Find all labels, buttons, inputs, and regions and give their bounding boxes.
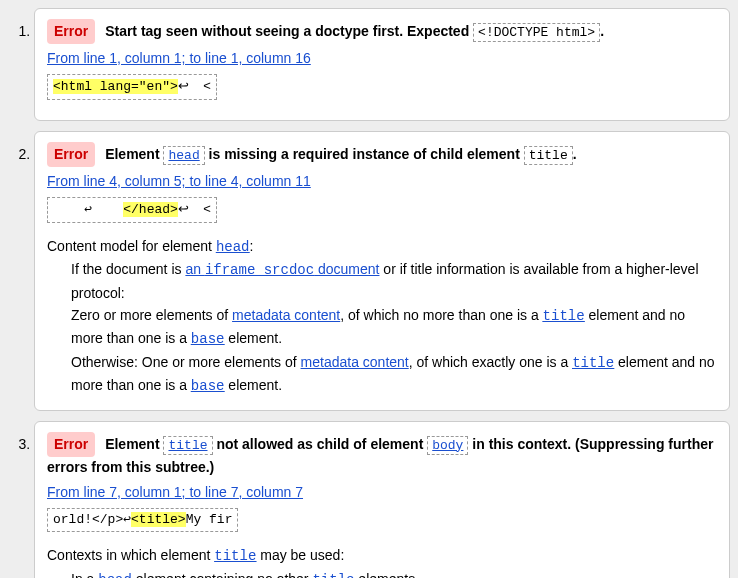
- error-msg: Start tag seen without seeing a doctype …: [105, 23, 473, 39]
- error-item: Error Element head is missing a required…: [34, 131, 730, 411]
- error-item: Error Element title not allowed as child…: [34, 421, 730, 578]
- code-snippet: title: [524, 146, 573, 165]
- code-snippet: title: [163, 436, 212, 455]
- code-extract: <html lang="en">↩ <: [47, 74, 217, 100]
- spec-link[interactable]: body: [432, 438, 463, 453]
- spec-link[interactable]: title: [543, 307, 585, 323]
- code-snippet: <!DOCTYPE html>: [473, 23, 600, 42]
- code-extract: ↩ </head>↩ <: [47, 197, 217, 223]
- spec-link[interactable]: title: [214, 547, 256, 563]
- spec-link[interactable]: title: [312, 571, 354, 578]
- severity-badge: Error: [47, 19, 95, 44]
- spec-link[interactable]: base: [191, 330, 225, 346]
- error-header: Error Element head is missing a required…: [47, 142, 717, 167]
- error-header: Error Start tag seen without seeing a do…: [47, 19, 717, 44]
- spec-link[interactable]: head: [98, 571, 132, 578]
- code-snippet: head: [163, 146, 204, 165]
- spec-link[interactable]: title: [168, 438, 207, 453]
- code-extract: orld!</p>↩<title>My fir: [47, 508, 238, 533]
- error-msg: Element: [105, 436, 163, 452]
- location-link[interactable]: From line 4, column 5; to line 4, column…: [47, 173, 311, 189]
- spec-link[interactable]: metadata content: [301, 354, 409, 370]
- severity-badge: Error: [47, 142, 95, 167]
- error-header: Error Element title not allowed as child…: [47, 432, 717, 478]
- location-link[interactable]: From line 1, column 1; to line 1, column…: [47, 50, 311, 66]
- error-msg: Element: [105, 146, 163, 162]
- code-snippet: body: [427, 436, 468, 455]
- contexts: Contexts in which element title may be u…: [47, 544, 717, 578]
- spec-link[interactable]: head: [168, 148, 199, 163]
- content-model: Content model for element head: If the d…: [47, 235, 717, 398]
- error-card: Error Element head is missing a required…: [34, 131, 730, 411]
- error-card: Error Start tag seen without seeing a do…: [34, 8, 730, 121]
- error-item: Error Start tag seen without seeing a do…: [34, 8, 730, 121]
- spec-link[interactable]: head: [216, 238, 250, 254]
- spec-link[interactable]: title: [572, 354, 614, 370]
- spec-link[interactable]: an iframe srcdoc document: [185, 261, 379, 277]
- spec-link[interactable]: base: [191, 377, 225, 393]
- spec-link[interactable]: metadata content: [232, 307, 340, 323]
- location-link[interactable]: From line 7, column 1; to line 7, column…: [47, 484, 303, 500]
- error-card: Error Element title not allowed as child…: [34, 421, 730, 578]
- severity-badge: Error: [47, 432, 95, 457]
